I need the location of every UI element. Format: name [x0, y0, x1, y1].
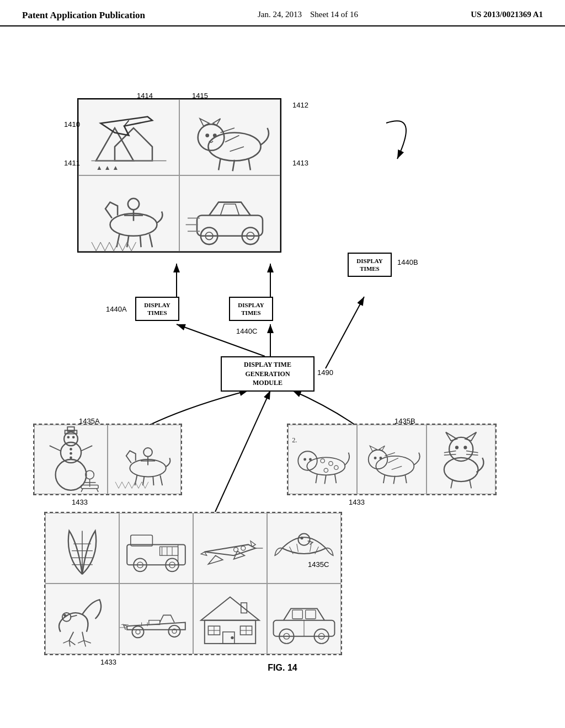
svg-point-39: [67, 436, 70, 438]
grid-cell-horse: ╲╱╲╱╲╱╲╱╲╱: [78, 175, 179, 251]
svg-point-16: [213, 133, 217, 137]
svg-point-45: [70, 457, 72, 459]
svg-line-22: [140, 235, 141, 247]
svg-line-47: [81, 446, 92, 451]
label-1440c: 1440C: [236, 327, 257, 335]
grid-cell-tiger: [179, 99, 280, 175]
svg-line-70: [324, 475, 326, 484]
svg-rect-160: [292, 610, 302, 619]
svg-point-76: [369, 450, 388, 469]
svg-line-120: [290, 547, 294, 554]
patent-number: US 2013/0021369 A1: [471, 10, 543, 19]
svg-point-146: [231, 636, 233, 639]
label-1414: 1414: [137, 92, 153, 100]
label-1435b: 1435B: [395, 417, 415, 425]
svg-line-97: [451, 480, 452, 488]
image-group-1435c: [44, 512, 342, 655]
svg-line-57: [153, 476, 153, 485]
svg-line-96: [466, 454, 478, 456]
grid-cell-jet: [193, 513, 267, 584]
image-group-1435a: ╲╱╲╱╲╱╲╱╲╱: [33, 424, 182, 495]
label-1435c: 1435C: [308, 560, 329, 569]
svg-line-52: [81, 489, 83, 492]
sheet-info: Jan. 24, 2013 Sheet 14 of 16: [258, 10, 358, 19]
svg-point-135: [136, 630, 140, 634]
svg-marker-89: [446, 432, 457, 441]
svg-line-23: [150, 234, 152, 247]
grid-cell-house: [193, 584, 267, 654]
display-times-c: DISPLAY TIMES: [229, 297, 273, 321]
svg-point-116: [241, 546, 246, 550]
svg-marker-18: [213, 119, 221, 125]
grid-cell-airplane: ▲ ▲ ▲: [78, 99, 179, 175]
image-group-1435b: 2.: [287, 424, 497, 495]
grid-cell-car2: [267, 584, 341, 654]
svg-line-46: [50, 446, 61, 451]
svg-line-122: [310, 544, 312, 552]
figure-caption: FIG. 14: [268, 663, 297, 673]
grid-cell-racecar: [179, 175, 280, 251]
svg-line-127: [63, 640, 69, 643]
svg-text:╲╱╲╱╲╱╲╱╲╱: ╲╱╲╱╲╱╲╱╲╱: [115, 481, 149, 489]
grid-cell-cheetah: 2.: [288, 425, 357, 494]
svg-line-78: [388, 458, 398, 463]
grid-cell-tiger2: [357, 425, 426, 494]
label-1490: 1490: [317, 368, 333, 377]
display-times-a: DISPLAY TIMES: [135, 297, 179, 321]
grid-cell-cat: [427, 425, 495, 494]
svg-point-92: [463, 446, 467, 449]
label-1410: 1410: [64, 120, 80, 129]
svg-point-43: [70, 448, 72, 451]
svg-point-72: [303, 458, 306, 461]
grid-cell-eagle: [267, 513, 341, 584]
svg-point-68: [334, 465, 338, 469]
svg-point-15: [205, 133, 209, 137]
svg-point-75: [376, 456, 414, 477]
svg-point-24: [128, 199, 139, 210]
svg-point-40: [72, 436, 75, 438]
svg-point-83: [374, 457, 377, 459]
svg-text:▲ ▲ ▲: ▲ ▲ ▲: [96, 164, 119, 172]
svg-point-84: [380, 457, 382, 459]
label-1433b: 1433: [349, 498, 365, 506]
svg-line-11: [230, 147, 244, 152]
grid-cell-f1car: [119, 584, 193, 654]
label-1412: 1412: [292, 101, 308, 109]
label-1440a: 1440A: [106, 305, 127, 313]
grid-cell-horse2: ╲╱╲╱╲╱╲╱╲╱: [108, 425, 181, 494]
svg-line-10: [225, 136, 239, 142]
label-1433a: 1433: [72, 498, 88, 506]
svg-line-14: [249, 159, 250, 170]
label-1435a: 1435A: [79, 417, 100, 425]
svg-line-71: [335, 474, 336, 483]
display-times-b: DISPLAY TIMES: [348, 253, 392, 277]
svg-line-13: [233, 160, 234, 171]
svg-line-82: [406, 475, 407, 483]
publication-label: Patent Application Publication: [22, 10, 145, 21]
page-header: Patent Application Publication Jan. 24, …: [0, 0, 565, 26]
module-box: DISPLAY TIME GENERATION MODULE: [221, 356, 315, 392]
svg-point-118: [298, 534, 310, 545]
svg-point-73: [309, 458, 312, 461]
svg-marker-90: [465, 432, 476, 441]
label-1411: 1411: [64, 159, 80, 167]
label-1433c: 1433: [100, 658, 116, 666]
svg-marker-3: [115, 128, 152, 161]
grid-cell-bird-feather: [45, 513, 119, 584]
svg-line-126: [69, 632, 73, 641]
svg-point-136: [168, 625, 180, 637]
diagram-area: ▲ ▲ ▲: [0, 26, 565, 705]
svg-text:╲╱╲╱╲╱╲╱╲╱: ╲╱╲╱╲╱╲╱╲╱: [91, 242, 137, 251]
svg-line-80: [383, 475, 385, 483]
svg-point-65: [321, 459, 324, 463]
grid-cell-snowman: [34, 425, 108, 494]
svg-point-117: [234, 548, 238, 552]
svg-marker-86: [380, 446, 385, 451]
svg-line-58: [160, 475, 162, 485]
svg-line-121: [297, 544, 299, 552]
top-image-grid: ▲ ▲ ▲: [77, 98, 281, 253]
svg-point-66: [329, 462, 333, 465]
svg-rect-161: [306, 610, 316, 619]
svg-point-125: [63, 614, 66, 617]
svg-rect-110: [160, 547, 178, 555]
